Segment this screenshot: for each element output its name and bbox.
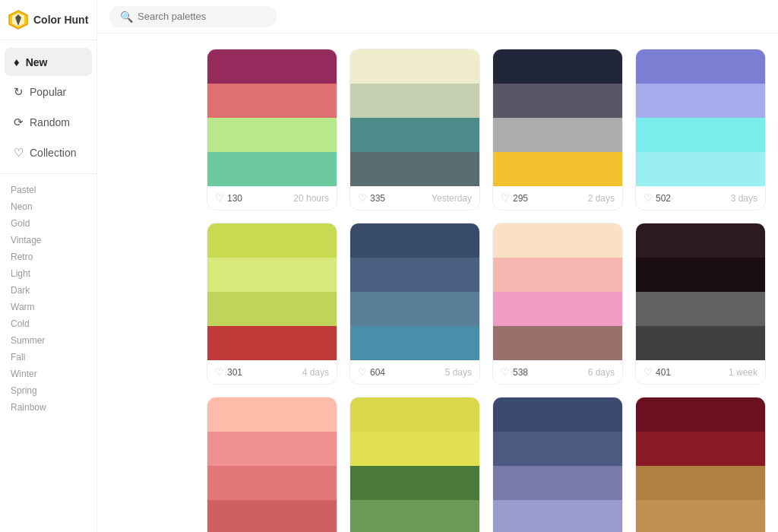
palette-swatches xyxy=(350,49,479,186)
palette-card[interactable]: ♡ 280 1 week xyxy=(635,397,766,532)
search-input[interactable] xyxy=(138,11,259,22)
like-count: 538 xyxy=(513,367,528,378)
tag-spring[interactable]: Spring xyxy=(0,381,96,397)
color-swatch xyxy=(636,152,765,186)
sidebar-item-random[interactable]: ⟳Random xyxy=(5,108,92,137)
color-swatch xyxy=(350,466,479,500)
color-swatch xyxy=(493,223,622,258)
like-section[interactable]: ♡ 538 xyxy=(501,366,528,378)
color-swatch xyxy=(636,49,765,84)
tag-pastel[interactable]: Pastel xyxy=(0,180,96,197)
color-swatch xyxy=(350,432,479,466)
palette-footer: ♡ 335 Yesterday xyxy=(350,186,479,210)
tag-light[interactable]: Light xyxy=(0,264,96,280)
like-section[interactable]: ♡ 301 xyxy=(215,366,242,378)
tag-gold[interactable]: Gold xyxy=(0,214,96,230)
like-section[interactable]: ♡ 335 xyxy=(358,192,385,204)
color-swatch xyxy=(493,152,622,186)
palette-swatches xyxy=(493,397,622,532)
color-swatch xyxy=(207,292,337,326)
tag-neon[interactable]: Neon xyxy=(0,197,96,214)
like-count: 502 xyxy=(656,193,671,204)
like-count: 295 xyxy=(513,193,528,204)
palette-card[interactable]: ♡ 295 2 days xyxy=(492,49,623,211)
palette-footer: ♡ 538 6 days xyxy=(493,360,622,384)
color-swatch xyxy=(493,84,622,118)
like-count: 604 xyxy=(370,367,385,378)
tag-rainbow[interactable]: Rainbow xyxy=(0,397,96,414)
color-swatch xyxy=(350,397,479,432)
time-label: 3 days xyxy=(731,193,757,204)
color-swatch xyxy=(493,432,622,466)
new-icon: ♦ xyxy=(14,55,20,68)
sidebar-item-popular[interactable]: ↻Popular xyxy=(5,78,92,106)
tag-vintage[interactable]: Vintage xyxy=(0,230,96,247)
tag-retro[interactable]: Retro xyxy=(0,247,96,264)
tag-summer[interactable]: Summer xyxy=(0,331,96,347)
palette-card[interactable]: ♡ 220 1 week xyxy=(207,397,337,532)
time-label: 5 days xyxy=(445,367,472,378)
color-swatch xyxy=(636,258,765,292)
color-swatch xyxy=(207,49,337,84)
color-swatch xyxy=(493,326,622,360)
heart-icon: ♡ xyxy=(215,366,224,378)
palette-card[interactable]: ♡ 538 6 days xyxy=(492,223,623,385)
color-swatch xyxy=(636,466,765,500)
palette-card[interactable]: ♡ 130 20 hours xyxy=(207,49,337,211)
like-count: 130 xyxy=(227,193,242,204)
like-section[interactable]: ♡ 604 xyxy=(358,366,385,378)
color-swatch xyxy=(350,49,479,84)
nav-label-new: New xyxy=(26,56,48,68)
palette-card[interactable]: ♡ 301 4 days xyxy=(207,223,337,385)
tag-warm[interactable]: Warm xyxy=(0,297,96,314)
search-wrap[interactable]: 🔍 xyxy=(109,6,277,27)
palette-swatches xyxy=(207,49,337,186)
color-swatch xyxy=(350,326,479,360)
tag-winter[interactable]: Winter xyxy=(0,364,96,381)
color-swatch xyxy=(636,326,765,360)
tags-list: PastelNeonGoldVintageRetroLightDarkWarmC… xyxy=(0,180,96,414)
palette-swatches xyxy=(636,49,765,186)
sidebar-item-new[interactable]: ♦New xyxy=(5,48,92,76)
palette-card[interactable]: ♡ 340 1 week xyxy=(492,397,623,532)
palette-swatches xyxy=(636,223,765,360)
like-section[interactable]: ♡ 295 xyxy=(501,192,528,204)
like-section[interactable]: ♡ 130 xyxy=(215,192,242,204)
color-swatch xyxy=(207,84,337,118)
palette-swatches xyxy=(350,223,479,360)
tag-cold[interactable]: Cold xyxy=(0,314,96,331)
color-swatch xyxy=(350,223,479,258)
palette-footer: ♡ 295 2 days xyxy=(493,186,622,210)
logo-icon xyxy=(8,9,29,30)
color-swatch xyxy=(207,500,337,532)
logo-area: Color Hunt xyxy=(0,0,96,40)
color-swatch xyxy=(207,152,337,186)
color-swatch xyxy=(493,466,622,500)
color-swatch xyxy=(350,152,479,186)
like-count: 335 xyxy=(370,193,385,204)
color-swatch xyxy=(207,118,337,152)
color-swatch xyxy=(636,84,765,118)
nav-label-random: Random xyxy=(30,116,70,128)
sidebar-item-collection[interactable]: ♡Collection xyxy=(5,138,92,167)
tag-dark[interactable]: Dark xyxy=(0,280,96,297)
tag-fall[interactable]: Fall xyxy=(0,347,96,364)
like-section[interactable]: ♡ 401 xyxy=(644,366,671,378)
palette-footer: ♡ 604 5 days xyxy=(350,360,479,384)
color-swatch xyxy=(207,397,337,432)
popular-icon: ↻ xyxy=(14,85,24,99)
palette-card[interactable]: ♡ 180 1 week xyxy=(349,397,480,532)
palette-card[interactable]: ♡ 604 5 days xyxy=(349,223,480,385)
heart-icon: ♡ xyxy=(501,192,510,204)
palette-card[interactable]: ♡ 502 3 days xyxy=(635,49,766,211)
palette-swatches xyxy=(207,223,337,360)
like-section[interactable]: ♡ 502 xyxy=(644,192,671,204)
palette-footer: ♡ 130 20 hours xyxy=(207,186,337,210)
palette-card[interactable]: ♡ 335 Yesterday xyxy=(349,49,480,211)
nav-label-collection: Collection xyxy=(30,147,76,159)
palette-grid: ♡ 130 20 hours ♡ 335 Yesterday ♡ 295 2 d… xyxy=(207,49,766,532)
palette-footer: ♡ 301 4 days xyxy=(207,360,337,384)
search-icon: 🔍 xyxy=(120,11,133,23)
palette-card[interactable]: ♡ 401 1 week xyxy=(635,223,766,385)
color-swatch xyxy=(493,118,622,152)
